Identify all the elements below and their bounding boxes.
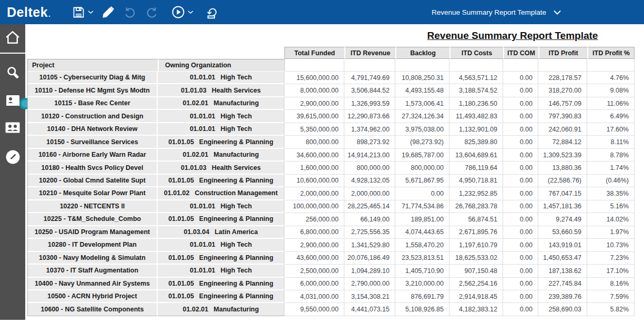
org-name: High Tech	[221, 267, 252, 274]
sidebar-item-home[interactable]	[0, 24, 25, 53]
org-name: Manufacturing	[213, 151, 259, 158]
table-row[interactable]: 10220 - NETCENTS II01.01.01High Tech100,…	[27, 200, 635, 213]
value-cell: 100,000,000.00	[284, 200, 344, 213]
sidebar-item-history[interactable]	[0, 150, 25, 166]
value-cell: 1,405,710.90	[395, 265, 449, 277]
value-cell: 876,691.79	[395, 290, 449, 303]
value-cell: (98,273.92)	[395, 136, 449, 148]
table-row[interactable]: 10225 - T&M_Schedule_Combo01.01.05Engine…	[27, 213, 635, 226]
value-cell: 0.00	[503, 213, 538, 226]
value-cell: 0.00	[503, 149, 538, 162]
value-cell: 11.06%	[587, 97, 635, 110]
owning-organization-cell: 01.03.04Latin America	[158, 226, 284, 239]
run-button[interactable]	[169, 4, 196, 21]
table-row[interactable]: 10115 - Base Rec Center01.02.01Manufactu…	[27, 97, 635, 110]
value-cell: 56,874.51	[449, 213, 503, 226]
table-row[interactable]: 10300 - Navy Modeling & Simulatn01.01.05…	[27, 252, 635, 265]
edit-button[interactable]	[99, 4, 117, 21]
table-row[interactable]: 10120 - Construction and Design01.01.01H…	[27, 110, 635, 123]
value-cell: 23,523,813.51	[395, 252, 449, 265]
export-button[interactable]	[203, 4, 221, 21]
table-row[interactable]: 10280 - IT Development Plan01.01.01High …	[27, 239, 635, 251]
table-row[interactable]: 10180 - Health Svcs Policy Devel01.01.03…	[27, 162, 635, 174]
value-cell: 1,326,993.59	[344, 97, 395, 110]
project-cell: 10180 - Health Svcs Policy Devel	[27, 162, 158, 174]
org-name: High Tech	[221, 74, 252, 81]
column-header-owning-organization: Owning Organization	[158, 59, 284, 72]
org-code: 01.01.01	[190, 203, 216, 210]
table-row[interactable]: 10160 - Airborne Early Warn Radar01.02.0…	[27, 149, 635, 162]
column-header-itd-com: ITD COM	[503, 47, 538, 59]
report-template-selector[interactable]: Revenue Summary Report Template	[432, 0, 561, 24]
value-cell: 10.73%	[587, 239, 635, 251]
org-code: 01.01.05	[168, 280, 194, 287]
value-cell: 1,457,181.36	[538, 200, 587, 213]
value-cell: 4,182,383.12	[449, 303, 503, 316]
value-cell: 143,919.01	[538, 239, 587, 251]
sidebar-item-search[interactable]	[0, 65, 25, 82]
value-cell: (0.46%)	[587, 175, 635, 187]
value-cell: 14,914,213.00	[344, 149, 395, 162]
value-cell: 242,060.91	[538, 123, 587, 136]
value-cell: 13,604,689.61	[449, 149, 503, 162]
value-cell: 7.59%	[587, 290, 635, 303]
value-cell: 239,389.76	[538, 290, 587, 303]
value-cell: 5,108,926.85	[395, 303, 449, 316]
table-row[interactable]: 10400 - Navy Unmanned Air Systems01.01.0…	[27, 278, 635, 290]
value-cell: 3,975,038.00	[395, 123, 449, 136]
value-cell: 227,745.84	[538, 278, 587, 290]
undo-button[interactable]	[120, 4, 139, 21]
home-icon	[5, 30, 21, 47]
redo-button[interactable]	[142, 4, 161, 21]
org-code: 01.01.01	[190, 241, 216, 248]
value-cell: 39,615,000.00	[284, 110, 344, 123]
table-row[interactable]: 10500 - ACRN Hybrid Project01.01.05Engin…	[27, 290, 635, 303]
numeric-header-row: Total Funded ITD Revenue Backlog ITD Cos…	[27, 47, 635, 59]
owning-organization-cell: 01.01.01High Tech	[158, 200, 284, 213]
table-row[interactable]: 10140 - DHA Network Review01.01.01High T…	[27, 123, 635, 136]
value-cell: 2,900,000.00	[284, 239, 344, 251]
column-header-itd-revenue: ITD Revenue	[344, 47, 395, 59]
value-cell: 0.00	[503, 278, 538, 290]
owning-organization-cell: 01.01.01High Tech	[158, 72, 284, 84]
value-cell: 8.16%	[587, 278, 635, 290]
value-cell: 0.00	[503, 123, 538, 136]
column-header-itd-costs: ITD Costs	[449, 47, 503, 59]
owning-organization-cell: 01.01.05Engineering & Planning	[158, 136, 284, 148]
table-row[interactable]: 10150 - Surveillance Services01.01.05Eng…	[27, 136, 635, 148]
org-code: 01.01.01	[190, 267, 216, 274]
value-cell: 0.00	[395, 187, 449, 200]
save-icon	[71, 5, 86, 19]
value-cell: 1,374,962.00	[344, 123, 395, 136]
project-cell: 10225 - T&M_Schedule_Combo	[27, 213, 158, 226]
save-button[interactable]	[69, 4, 96, 21]
table-row[interactable]: 10200 - Global Cmnd Satelite Supt01.01.0…	[27, 175, 635, 187]
value-cell: 10,808,250.31	[395, 72, 449, 84]
report-title: Revenue Summary Report Template	[427, 30, 598, 42]
table-row[interactable]: 10370 - IT Staff Augmentation01.01.01Hig…	[27, 265, 635, 277]
project-cell: 10500 - ACRN Hybrid Project	[27, 290, 158, 303]
table-row[interactable]: 10110 - Defense HC Mgmt Sys Modtn01.01.0…	[27, 84, 635, 97]
sidebar-item-people[interactable]	[0, 122, 25, 135]
left-header-row: Project Owning Organization	[27, 59, 635, 72]
column-header-itd-profit-pct: ITD Profit %	[587, 47, 635, 59]
org-name: Engineering & Planning	[199, 254, 273, 261]
org-code: 01.02.01	[183, 99, 209, 107]
column-header-project: Project	[27, 59, 158, 72]
value-cell: 800,000.00	[395, 162, 449, 174]
value-cell: 13,880.36	[538, 162, 587, 174]
table-row[interactable]: 10600 - NG Satellite Components01.02.01M…	[27, 303, 635, 316]
value-cell: 1,558,470.20	[395, 239, 449, 251]
value-cell: 2,790,000.00	[344, 278, 395, 290]
table-row[interactable]: 10250 - USAID Program Management01.03.04…	[27, 226, 635, 239]
value-cell: 3,210,000.00	[395, 278, 449, 290]
column-header-itd-profit: ITD Profit	[538, 47, 587, 59]
table-row[interactable]: 10210 - Mesquite Solar Powr Plant01.01.0…	[27, 187, 635, 200]
value-cell: 8,000,000.00	[284, 84, 344, 97]
value-cell: 26,768,283.78	[449, 200, 503, 213]
org-name: Engineering & Planning	[199, 215, 273, 223]
table-row[interactable]: 10105 - Cybersecurity Diag & Mitg01.01.0…	[27, 72, 635, 84]
org-code: 01.03.04	[184, 228, 210, 236]
redo-icon	[145, 5, 159, 19]
clock-icon	[6, 150, 20, 166]
